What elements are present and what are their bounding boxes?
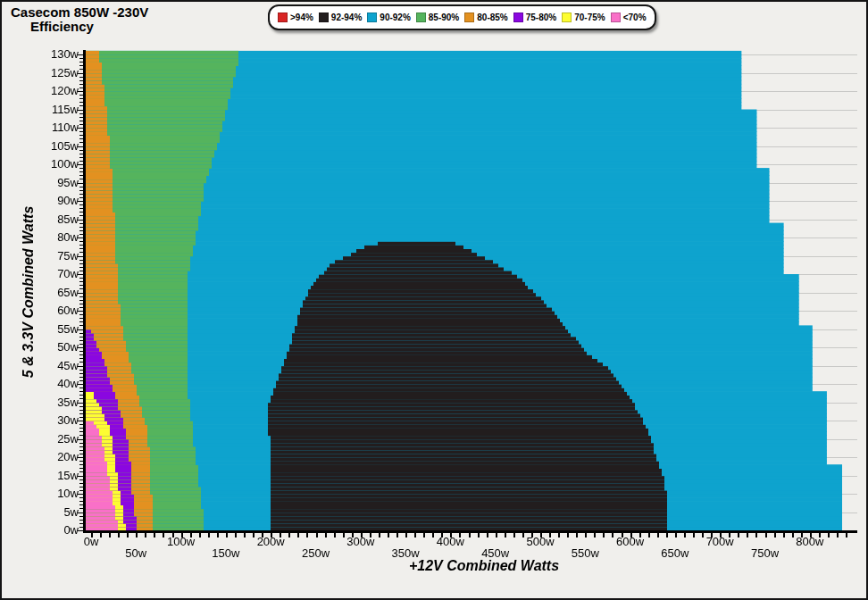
y-tick-label: 100w xyxy=(36,157,79,171)
x-tick-label: 750w xyxy=(739,547,792,560)
y-tick-label: 60w xyxy=(36,304,79,317)
y-tick-label: 70w xyxy=(36,267,79,280)
y-tick-label: 15w xyxy=(36,469,79,482)
x-tick-label: 700w xyxy=(693,536,747,548)
y-tick-label: 105w xyxy=(36,139,79,153)
y-tick-label: 25w xyxy=(36,432,79,446)
y-tick-label: 85w xyxy=(36,212,79,226)
y-tick-label: 10w xyxy=(36,487,79,500)
x-tick-label: 650w xyxy=(648,547,702,560)
y-tick-label: 35w xyxy=(36,396,79,409)
x-tick-label: 600w xyxy=(604,536,657,548)
efficiency-map-canvas xyxy=(2,2,868,600)
y-tick-label: 90w xyxy=(36,194,79,207)
y-tick-label: 95w xyxy=(36,176,79,189)
x-tick-label: 200w xyxy=(244,536,297,548)
y-tick-label: 80w xyxy=(36,230,79,244)
y-tick-label: 5w xyxy=(36,505,79,519)
y-tick-label: 110w xyxy=(36,121,79,134)
y-axis-title: 5 & 3.3V Combined Watts xyxy=(21,206,37,379)
y-tick-label: 45w xyxy=(36,359,79,372)
x-tick-label: 250w xyxy=(289,547,343,560)
x-tick-label: 0w xyxy=(64,536,118,548)
y-tick-label: 50w xyxy=(36,340,79,354)
y-tick-label: 0w xyxy=(36,523,79,537)
y-tick-label: 75w xyxy=(36,249,79,262)
y-tick-label: 40w xyxy=(36,377,79,390)
chart-frame: Casecom 850W -230V Efficiency >94%92-94%… xyxy=(0,0,868,600)
y-tick-label: 65w xyxy=(36,286,79,299)
y-tick-label: 115w xyxy=(36,103,79,116)
x-tick-label: 150w xyxy=(199,547,253,560)
x-tick-label: 300w xyxy=(334,536,388,548)
x-tick-label: 50w xyxy=(109,547,163,560)
y-tick-label: 120w xyxy=(36,84,79,97)
x-axis-title: +12V Combined Watts xyxy=(377,558,591,574)
y-tick-label: 20w xyxy=(36,450,79,463)
x-tick-label: 800w xyxy=(783,536,837,548)
x-tick-label: 100w xyxy=(154,536,208,548)
y-tick-label: 130w xyxy=(36,47,79,61)
y-tick-label: 55w xyxy=(36,322,79,336)
x-tick-label: 500w xyxy=(513,536,567,548)
y-tick-label: 125w xyxy=(36,66,79,79)
x-tick-label: 400w xyxy=(423,536,477,548)
y-tick-label: 30w xyxy=(36,413,79,427)
